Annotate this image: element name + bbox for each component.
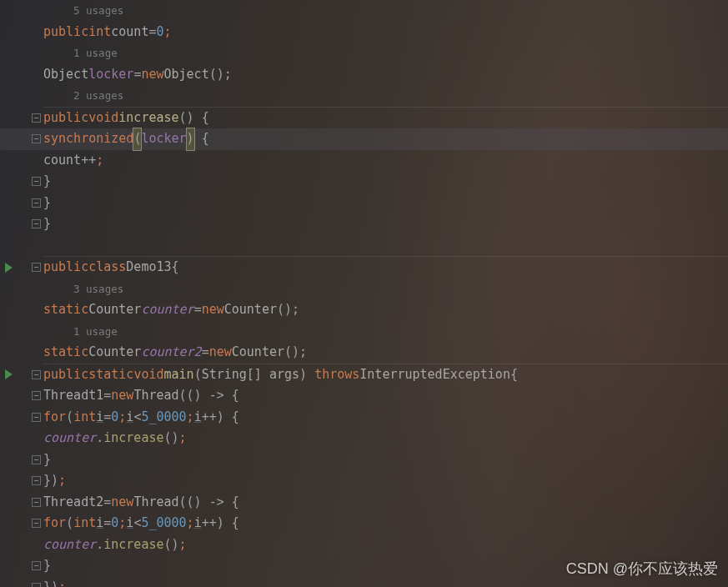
blank-line[interactable] <box>0 235 728 257</box>
fold-icon[interactable] <box>32 413 41 422</box>
code-line[interactable]: Thread t1 = new Thread(() -> { <box>0 385 728 407</box>
usage-hint: 2 usages <box>73 89 123 102</box>
run-gutter-icon[interactable] <box>5 369 13 379</box>
fold-icon[interactable] <box>32 113 41 123</box>
usage-hint: 1 usage <box>73 47 118 59</box>
code-line[interactable]: Thread t2 = new Thread(() -> { <box>0 492 728 514</box>
fold-icon[interactable] <box>32 561 41 570</box>
fold-icon[interactable] <box>32 455 41 464</box>
fold-icon[interactable] <box>32 391 41 400</box>
code-line[interactable]: static Counter counter = new Counter(); <box>0 299 728 321</box>
fold-icon[interactable] <box>32 370 41 379</box>
code-line[interactable]: public int count = 0; <box>0 22 728 43</box>
code-line[interactable]: } <box>0 449 728 471</box>
fold-icon[interactable] <box>32 134 41 143</box>
usage-hint: 5 usages <box>73 4 123 17</box>
fold-icon[interactable] <box>32 519 41 528</box>
code-line[interactable]: }); <box>0 470 728 492</box>
watermark: CSDN @你不应该热爱 <box>566 559 718 579</box>
fold-icon[interactable] <box>32 498 41 507</box>
code-line[interactable]: for (int i = 0; i < 5_0000; i++) { <box>0 407 728 429</box>
code-line[interactable]: static Counter counter2 = new Counter(); <box>0 342 728 364</box>
code-line[interactable]: count++; <box>0 150 728 172</box>
code-line[interactable]: } <box>0 193 728 214</box>
code-editor[interactable]: 5 usages public int count = 0; 1 usage O… <box>0 0 728 587</box>
fold-icon[interactable] <box>32 476 41 485</box>
fold-icon[interactable] <box>32 198 41 208</box>
usage-hint: 1 usage <box>73 325 118 338</box>
code-line[interactable]: public class Demo13 { <box>0 257 728 278</box>
code-line[interactable]: for (int i = 0; i < 5_0000; i++) { <box>0 513 728 534</box>
code-line[interactable]: } <box>0 171 728 193</box>
code-line-active[interactable]: synchronized (locker) { <box>0 128 728 150</box>
fold-icon[interactable] <box>32 583 41 587</box>
fold-icon[interactable] <box>32 263 41 272</box>
code-line[interactable]: } <box>0 213 728 235</box>
code-line[interactable]: counter.increase(); <box>0 534 728 556</box>
code-line[interactable]: Object locker = new Object(); <box>0 64 728 86</box>
fold-icon[interactable] <box>32 219 41 228</box>
usage-hint: 3 usages <box>73 283 123 295</box>
code-line[interactable]: public static void main(String[] args) t… <box>0 364 728 386</box>
run-gutter-icon[interactable] <box>5 263 13 273</box>
code-line[interactable]: public void increase() { <box>0 108 728 129</box>
fold-icon[interactable] <box>32 177 41 186</box>
code-line[interactable]: counter.increase(); <box>0 428 728 449</box>
